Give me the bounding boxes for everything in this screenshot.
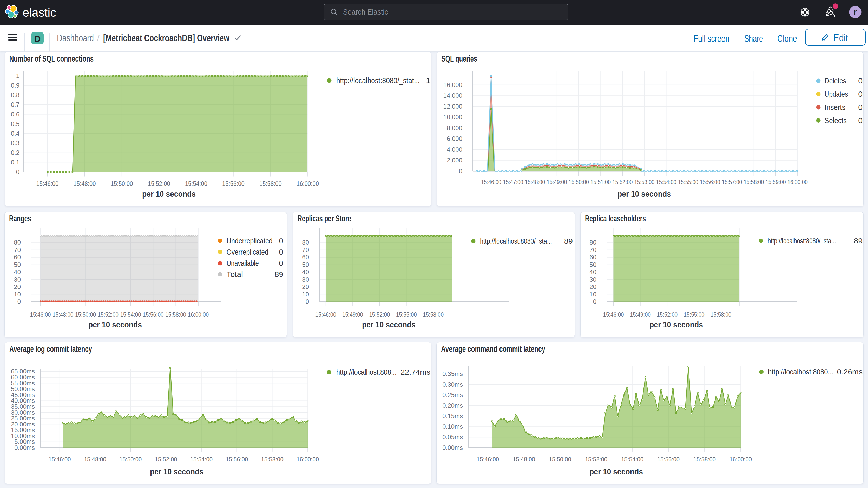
svg-text:0.10ms: 0.10ms xyxy=(442,423,463,430)
svg-text:16:00:00: 16:00:00 xyxy=(297,180,319,187)
svg-text:0.25ms: 0.25ms xyxy=(442,391,463,398)
svg-text:http://localhost:8080/_sta...: http://localhost:8080/_sta... xyxy=(480,237,552,245)
svg-text:0: 0 xyxy=(858,103,863,112)
svg-text:[Metricbeat CockroachDB] Overv: [Metricbeat CockroachDB] Overview xyxy=(103,33,230,43)
svg-text:15:46:00: 15:46:00 xyxy=(603,311,624,318)
svg-text:16:00:00: 16:00:00 xyxy=(730,456,752,463)
svg-text:SQL queries: SQL queries xyxy=(441,54,477,63)
svg-text:15:59:00: 15:59:00 xyxy=(766,179,786,186)
svg-text:0.30ms: 0.30ms xyxy=(442,381,463,388)
svg-text:per 10 seconds: per 10 seconds xyxy=(362,320,415,329)
svg-text:15:58:00: 15:58:00 xyxy=(259,180,282,187)
svg-text:60: 60 xyxy=(14,254,21,261)
svg-text:Unavailable: Unavailable xyxy=(227,259,259,267)
svg-text:0.6: 0.6 xyxy=(11,111,20,118)
svg-text:15:58:00: 15:58:00 xyxy=(165,311,186,318)
svg-text:http://localhost:8080...: http://localhost:8080... xyxy=(768,367,833,376)
svg-text:Underreplicated: Underreplicated xyxy=(227,237,273,245)
svg-text:60: 60 xyxy=(589,254,596,261)
svg-text:6,000: 6,000 xyxy=(447,135,462,142)
svg-text:80: 80 xyxy=(14,239,21,246)
svg-text:15:56:00: 15:56:00 xyxy=(700,179,720,186)
svg-text:0.9: 0.9 xyxy=(11,82,20,89)
svg-text:15:54:00: 15:54:00 xyxy=(621,456,644,463)
svg-text:Overreplicated: Overreplicated xyxy=(227,248,269,256)
svg-text:0.2: 0.2 xyxy=(11,149,20,156)
svg-text:14,000: 14,000 xyxy=(443,92,462,99)
svg-text:15:49:00: 15:49:00 xyxy=(547,179,567,186)
svg-text:15:55:00: 15:55:00 xyxy=(684,311,705,318)
svg-text:http://localhost:8080/_stat...: http://localhost:8080/_stat... xyxy=(336,76,420,85)
svg-text:15:46:00: 15:46:00 xyxy=(315,311,336,318)
svg-text:0.1: 0.1 xyxy=(11,159,20,166)
svg-text:30: 30 xyxy=(589,276,596,283)
svg-text:15:46:00: 15:46:00 xyxy=(36,180,59,187)
svg-text:0.8: 0.8 xyxy=(11,91,20,98)
svg-text:Ranges: Ranges xyxy=(9,214,31,223)
svg-text:30: 30 xyxy=(14,276,21,283)
svg-text:Replicas per Store: Replicas per Store xyxy=(298,214,351,223)
svg-text:15:52:00: 15:52:00 xyxy=(657,311,678,318)
svg-text:16:00:00: 16:00:00 xyxy=(188,311,209,318)
svg-text:0.4: 0.4 xyxy=(11,130,20,137)
svg-text:per 10 seconds: per 10 seconds xyxy=(88,320,142,329)
svg-text:Average log commit latency: Average log commit latency xyxy=(9,344,92,354)
svg-text:per 10 seconds: per 10 seconds xyxy=(618,189,671,199)
svg-text:0: 0 xyxy=(279,248,283,256)
svg-text:80: 80 xyxy=(589,239,596,246)
svg-text:http://localhost:8080/_sta...: http://localhost:8080/_sta... xyxy=(768,237,836,245)
svg-text:15:48:00: 15:48:00 xyxy=(84,456,106,463)
svg-text:0.05ms: 0.05ms xyxy=(442,433,463,440)
svg-text:0.35ms: 0.35ms xyxy=(442,370,463,377)
svg-text:Full screen: Full screen xyxy=(693,33,730,44)
svg-text:0: 0 xyxy=(858,77,863,85)
svg-text:10,000: 10,000 xyxy=(443,114,462,121)
svg-text:40: 40 xyxy=(14,268,21,275)
svg-text:Edit: Edit xyxy=(833,32,848,43)
svg-text:15:50:00: 15:50:00 xyxy=(75,311,96,318)
svg-text:70: 70 xyxy=(302,246,309,253)
svg-text:per 10 seconds: per 10 seconds xyxy=(150,467,204,476)
svg-text:15:50:00: 15:50:00 xyxy=(569,179,589,186)
svg-text:elastic: elastic xyxy=(23,6,56,19)
svg-text:40: 40 xyxy=(589,268,596,275)
svg-text:20: 20 xyxy=(302,283,309,290)
svg-text:0: 0 xyxy=(858,116,863,125)
svg-text:r: r xyxy=(854,7,857,18)
svg-text:60: 60 xyxy=(302,254,309,261)
svg-text:Replica leaseholders: Replica leaseholders xyxy=(585,214,646,223)
svg-text:15:52:00: 15:52:00 xyxy=(369,311,390,318)
svg-text:Selects: Selects xyxy=(825,116,847,125)
svg-text:15:52:00: 15:52:00 xyxy=(612,179,632,186)
svg-text:15:56:00: 15:56:00 xyxy=(225,456,248,463)
svg-text:15:50:00: 15:50:00 xyxy=(111,180,133,187)
svg-text:15:46:00: 15:46:00 xyxy=(49,456,71,463)
svg-text:20: 20 xyxy=(589,283,596,290)
svg-text:70: 70 xyxy=(14,246,21,253)
svg-text:0: 0 xyxy=(16,169,20,175)
svg-text:15:52:00: 15:52:00 xyxy=(98,311,119,318)
svg-text:Average command commit latency: Average command commit latency xyxy=(441,344,545,354)
svg-text:15:46:00: 15:46:00 xyxy=(30,311,51,318)
svg-text:70: 70 xyxy=(589,246,596,253)
svg-text:1: 1 xyxy=(16,72,20,79)
svg-text:1: 1 xyxy=(426,76,430,85)
svg-text:0: 0 xyxy=(459,167,462,175)
svg-text:per 10 seconds: per 10 seconds xyxy=(649,320,703,329)
svg-text:0.5: 0.5 xyxy=(11,120,20,127)
svg-text:50: 50 xyxy=(14,261,21,268)
svg-text:16:00:00: 16:00:00 xyxy=(297,456,319,463)
svg-text:D: D xyxy=(34,34,41,44)
svg-text:10: 10 xyxy=(589,291,596,298)
svg-text:89: 89 xyxy=(854,237,863,245)
svg-text:15:50:00: 15:50:00 xyxy=(549,456,571,463)
svg-text:0.7: 0.7 xyxy=(11,101,20,108)
svg-text:22.74ms: 22.74ms xyxy=(401,368,430,376)
svg-text:http://localhost:808...: http://localhost:808... xyxy=(336,368,397,376)
svg-text:15:53:00: 15:53:00 xyxy=(634,179,655,186)
svg-text:15:58:00: 15:58:00 xyxy=(261,456,283,463)
svg-text:15:58:00: 15:58:00 xyxy=(711,311,731,318)
svg-text:15:48:00: 15:48:00 xyxy=(513,456,535,463)
svg-text:50: 50 xyxy=(589,261,596,268)
svg-text:89: 89 xyxy=(275,270,283,279)
